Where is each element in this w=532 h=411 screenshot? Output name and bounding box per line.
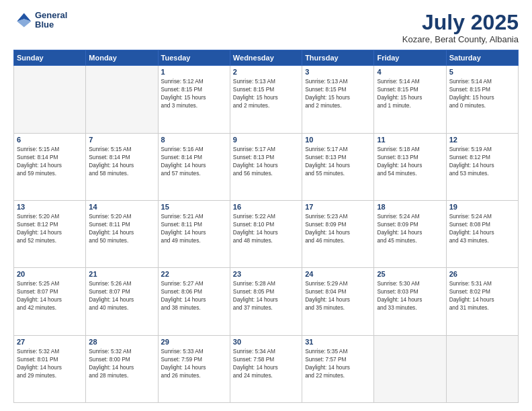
- calendar-cell: [14, 66, 86, 133]
- day-info: Sunrise: 5:30 AMSunset: 8:03 PMDaylight:…: [377, 279, 443, 312]
- day-number: 4: [377, 68, 443, 76]
- day-number: 26: [449, 270, 515, 278]
- day-number: 9: [233, 136, 299, 144]
- calendar-day-header: Friday: [374, 50, 446, 66]
- calendar-cell: 11Sunrise: 5:18 AMSunset: 8:13 PMDayligh…: [374, 133, 446, 200]
- calendar-cell: 19Sunrise: 5:24 AMSunset: 8:08 PMDayligh…: [446, 200, 518, 267]
- day-info: Sunrise: 5:20 AMSunset: 8:11 PMDaylight:…: [89, 212, 154, 244]
- day-number: 22: [161, 270, 227, 278]
- day-number: 7: [89, 136, 154, 144]
- calendar-header-row: SundayMondayTuesdayWednesdayThursdayFrid…: [14, 50, 519, 66]
- calendar-week-row: 27Sunrise: 5:32 AMSunset: 8:01 PMDayligh…: [14, 335, 519, 402]
- day-number: 10: [305, 136, 371, 144]
- calendar-cell: 5Sunrise: 5:14 AMSunset: 8:15 PMDaylight…: [446, 66, 518, 133]
- day-info: Sunrise: 5:17 AMSunset: 8:13 PMDaylight:…: [233, 145, 299, 177]
- day-info: Sunrise: 5:14 AMSunset: 8:15 PMDaylight:…: [449, 77, 515, 109]
- day-info: Sunrise: 5:17 AMSunset: 8:13 PMDaylight:…: [305, 145, 371, 177]
- calendar-cell: 8Sunrise: 5:16 AMSunset: 8:14 PMDaylight…: [158, 133, 230, 200]
- day-info: Sunrise: 5:25 AMSunset: 8:07 PMDaylight:…: [17, 279, 83, 312]
- day-info: Sunrise: 5:28 AMSunset: 8:05 PMDaylight:…: [233, 279, 299, 312]
- day-number: 14: [89, 203, 154, 211]
- logo: General Blue: [13, 11, 67, 30]
- day-info: Sunrise: 5:32 AMSunset: 8:00 PMDaylight:…: [89, 347, 154, 379]
- calendar-day-header: Tuesday: [158, 50, 230, 66]
- calendar-cell: 17Sunrise: 5:23 AMSunset: 8:09 PMDayligh…: [302, 200, 374, 267]
- calendar-cell: 30Sunrise: 5:34 AMSunset: 7:58 PMDayligh…: [230, 335, 302, 402]
- day-number: 27: [17, 338, 83, 346]
- calendar-cell: 20Sunrise: 5:25 AMSunset: 8:07 PMDayligh…: [14, 268, 86, 335]
- day-number: 16: [233, 203, 299, 211]
- calendar-cell: 31Sunrise: 5:35 AMSunset: 7:57 PMDayligh…: [302, 335, 374, 402]
- day-info: Sunrise: 5:33 AMSunset: 7:59 PMDaylight:…: [161, 347, 227, 379]
- calendar-week-row: 6Sunrise: 5:15 AMSunset: 8:14 PMDaylight…: [14, 133, 519, 200]
- day-info: Sunrise: 5:27 AMSunset: 8:06 PMDaylight:…: [161, 279, 227, 312]
- calendar-table: SundayMondayTuesdayWednesdayThursdayFrid…: [13, 50, 519, 403]
- title-block: July 2025 Kozare, Berat County, Albania: [402, 11, 519, 44]
- day-info: Sunrise: 5:21 AMSunset: 8:11 PMDaylight:…: [161, 212, 227, 244]
- day-info: Sunrise: 5:31 AMSunset: 8:02 PMDaylight:…: [449, 279, 515, 312]
- calendar-cell: [86, 66, 158, 133]
- day-number: 18: [377, 203, 443, 211]
- calendar-cell: 10Sunrise: 5:17 AMSunset: 8:13 PMDayligh…: [302, 133, 374, 200]
- day-number: 15: [161, 203, 227, 211]
- day-info: Sunrise: 5:15 AMSunset: 8:14 PMDaylight:…: [89, 145, 154, 177]
- day-info: Sunrise: 5:26 AMSunset: 8:07 PMDaylight:…: [89, 279, 154, 312]
- day-number: 2: [233, 68, 299, 76]
- calendar-cell: 14Sunrise: 5:20 AMSunset: 8:11 PMDayligh…: [86, 200, 158, 267]
- logo-text: General Blue: [35, 11, 67, 30]
- calendar-cell: 15Sunrise: 5:21 AMSunset: 8:11 PMDayligh…: [158, 200, 230, 267]
- calendar-cell: 6Sunrise: 5:15 AMSunset: 8:14 PMDaylight…: [14, 133, 86, 200]
- day-number: 25: [377, 270, 443, 278]
- day-number: 30: [233, 338, 299, 346]
- calendar-cell: 7Sunrise: 5:15 AMSunset: 8:14 PMDaylight…: [86, 133, 158, 200]
- day-number: 21: [89, 270, 154, 278]
- day-info: Sunrise: 5:29 AMSunset: 8:04 PMDaylight:…: [305, 279, 371, 312]
- day-info: Sunrise: 5:14 AMSunset: 8:15 PMDaylight:…: [377, 77, 443, 109]
- calendar-cell: 28Sunrise: 5:32 AMSunset: 8:00 PMDayligh…: [86, 335, 158, 402]
- calendar-cell: 4Sunrise: 5:14 AMSunset: 8:15 PMDaylight…: [374, 66, 446, 133]
- calendar-cell: 12Sunrise: 5:19 AMSunset: 8:12 PMDayligh…: [446, 133, 518, 200]
- calendar-cell: 27Sunrise: 5:32 AMSunset: 8:01 PMDayligh…: [14, 335, 86, 402]
- calendar-cell: 26Sunrise: 5:31 AMSunset: 8:02 PMDayligh…: [446, 268, 518, 335]
- day-number: 31: [305, 338, 371, 346]
- calendar-cell: 2Sunrise: 5:13 AMSunset: 8:15 PMDaylight…: [230, 66, 302, 133]
- header: General Blue July 2025 Kozare, Berat Cou…: [13, 11, 519, 44]
- calendar-cell: 9Sunrise: 5:17 AMSunset: 8:13 PMDaylight…: [230, 133, 302, 200]
- calendar-day-header: Sunday: [14, 50, 86, 66]
- calendar-cell: 25Sunrise: 5:30 AMSunset: 8:03 PMDayligh…: [374, 268, 446, 335]
- calendar-cell: 18Sunrise: 5:24 AMSunset: 8:09 PMDayligh…: [374, 200, 446, 267]
- day-number: 12: [449, 136, 515, 144]
- day-number: 6: [17, 136, 83, 144]
- calendar-week-row: 13Sunrise: 5:20 AMSunset: 8:12 PMDayligh…: [14, 200, 519, 267]
- day-number: 13: [17, 203, 83, 211]
- day-number: 1: [161, 68, 227, 76]
- day-number: 5: [449, 68, 515, 76]
- location-subtitle: Kozare, Berat County, Albania: [402, 34, 519, 44]
- day-info: Sunrise: 5:15 AMSunset: 8:14 PMDaylight:…: [17, 145, 83, 177]
- calendar-day-header: Thursday: [302, 50, 374, 66]
- day-info: Sunrise: 5:13 AMSunset: 8:15 PMDaylight:…: [233, 77, 299, 109]
- calendar-day-header: Monday: [86, 50, 158, 66]
- calendar-cell: 21Sunrise: 5:26 AMSunset: 8:07 PMDayligh…: [86, 268, 158, 335]
- calendar-cell: 22Sunrise: 5:27 AMSunset: 8:06 PMDayligh…: [158, 268, 230, 335]
- calendar-week-row: 1Sunrise: 5:12 AMSunset: 8:15 PMDaylight…: [14, 66, 519, 133]
- calendar-cell: 16Sunrise: 5:22 AMSunset: 8:10 PMDayligh…: [230, 200, 302, 267]
- day-info: Sunrise: 5:24 AMSunset: 8:08 PMDaylight:…: [449, 212, 515, 244]
- calendar-cell: 24Sunrise: 5:29 AMSunset: 8:04 PMDayligh…: [302, 268, 374, 335]
- logo-icon: [13, 11, 32, 30]
- day-info: Sunrise: 5:34 AMSunset: 7:58 PMDaylight:…: [233, 347, 299, 379]
- day-info: Sunrise: 5:18 AMSunset: 8:13 PMDaylight:…: [377, 145, 443, 177]
- day-info: Sunrise: 5:12 AMSunset: 8:15 PMDaylight:…: [161, 77, 227, 109]
- calendar-day-header: Wednesday: [230, 50, 302, 66]
- day-info: Sunrise: 5:13 AMSunset: 8:15 PMDaylight:…: [305, 77, 371, 109]
- calendar-day-header: Saturday: [446, 50, 518, 66]
- day-number: 11: [377, 136, 443, 144]
- day-info: Sunrise: 5:35 AMSunset: 7:57 PMDaylight:…: [305, 347, 371, 379]
- day-info: Sunrise: 5:16 AMSunset: 8:14 PMDaylight:…: [161, 145, 227, 177]
- day-info: Sunrise: 5:32 AMSunset: 8:01 PMDaylight:…: [17, 347, 83, 379]
- day-number: 29: [161, 338, 227, 346]
- page: General Blue July 2025 Kozare, Berat Cou…: [0, 0, 532, 411]
- calendar-cell: 23Sunrise: 5:28 AMSunset: 8:05 PMDayligh…: [230, 268, 302, 335]
- day-number: 19: [449, 203, 515, 211]
- calendar-cell: 13Sunrise: 5:20 AMSunset: 8:12 PMDayligh…: [14, 200, 86, 267]
